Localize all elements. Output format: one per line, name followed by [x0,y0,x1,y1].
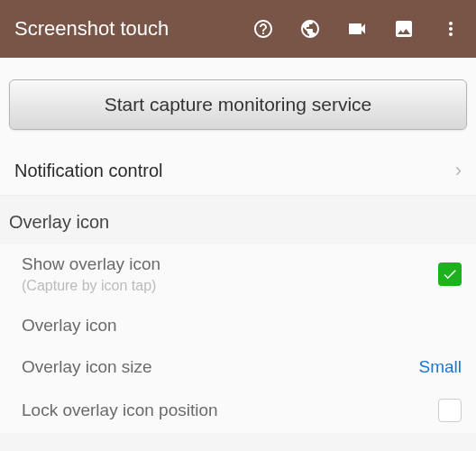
header-icons [252,18,462,40]
lock-overlay-label: Lock overlay icon position [22,400,218,420]
show-overlay-label: Show overlay icon [22,254,160,274]
image-icon[interactable] [393,18,415,40]
overlay-icon-row[interactable]: Overlay icon [0,305,476,346]
globe-icon[interactable] [299,18,321,40]
overlay-icon-size-value: Small [418,357,462,377]
overlay-icon-label: Overlay icon [22,316,117,336]
more-icon[interactable] [440,18,462,40]
content: Start capture monitoring service Notific… [0,58,476,433]
lock-overlay-checkbox[interactable] [438,399,462,422]
overlay-icon-size-label: Overlay icon size [22,357,152,377]
show-overlay-row[interactable]: Show overlay icon (Capture by icon tap) [0,244,476,305]
overlay-icon-size-text: Overlay icon size [22,357,152,377]
lock-overlay-text: Lock overlay icon position [22,400,218,420]
show-overlay-text: Show overlay icon (Capture by icon tap) [22,254,160,294]
help-icon[interactable] [252,18,274,40]
notification-control-row[interactable]: Notification control › [0,146,476,196]
app-header: Screenshot touch [0,0,476,58]
chevron-right-icon: › [455,159,462,182]
show-overlay-sublabel: (Capture by icon tap) [22,278,160,294]
video-icon[interactable] [346,18,368,40]
overlay-section-header: Overlay icon [0,196,476,244]
lock-overlay-row[interactable]: Lock overlay icon position [0,388,476,433]
notification-control-label: Notification control [14,161,163,181]
app-title: Screenshot touch [14,17,252,41]
overlay-icon-text: Overlay icon [22,316,117,336]
show-overlay-checkbox[interactable] [438,262,462,286]
overlay-icon-size-row[interactable]: Overlay icon size Small [0,346,476,388]
start-capture-button[interactable]: Start capture monitoring service [9,79,467,130]
start-button-wrap: Start capture monitoring service [0,58,476,146]
